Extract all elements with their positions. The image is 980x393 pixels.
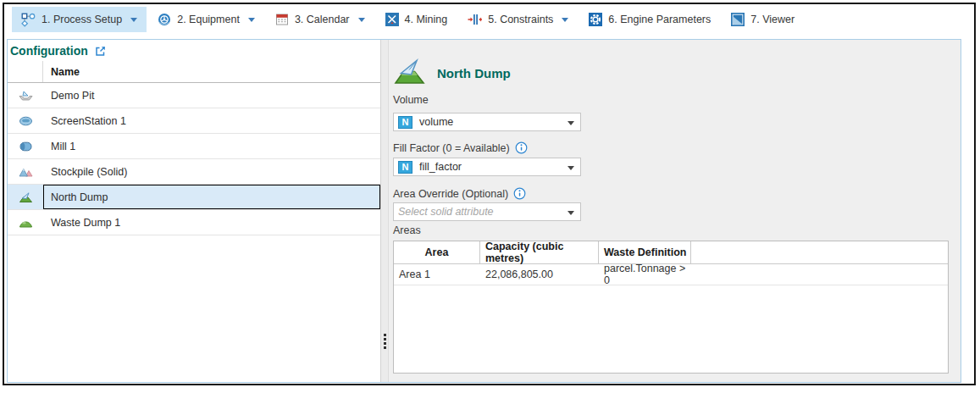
ribbon-toolbar: 1. Process Setup 2. Equipment xyxy=(12,7,806,32)
volume-select[interactable]: N volume xyxy=(393,113,581,131)
stockpile-icon xyxy=(19,165,33,179)
tab-label: 2. Equipment xyxy=(177,14,240,25)
configuration-panel: Configuration Name xyxy=(8,40,381,382)
list-item-label: Waste Dump 1 xyxy=(43,210,380,235)
mill-icon xyxy=(19,140,33,153)
mining-icon xyxy=(385,13,399,26)
panel-splitter[interactable] xyxy=(381,40,389,382)
dump-icon xyxy=(19,191,33,204)
icon-column-header xyxy=(8,61,43,82)
column-header-area: Area xyxy=(394,241,480,263)
waste-definition-cell[interactable]: parcel.Tonnage > 0 xyxy=(599,264,691,285)
areas-table-row[interactable]: Area 1 22,086,805.00 parcel.Tonnage > 0 xyxy=(394,264,948,285)
numeric-attribute-icon: N xyxy=(398,161,412,174)
area-override-label: Area Override (Optional) xyxy=(393,187,526,200)
configuration-panel-title: Configuration xyxy=(10,44,88,58)
info-icon[interactable] xyxy=(513,187,526,200)
calendar-icon xyxy=(275,13,289,26)
capacity-cell[interactable]: 22,086,805.00 xyxy=(480,264,599,285)
info-icon[interactable] xyxy=(515,141,528,154)
detail-title: North Dump xyxy=(437,66,511,80)
tab-process-setup[interactable]: 1. Process Setup xyxy=(12,7,147,32)
detail-panel: North Dump Volume N volume Fill Factor (… xyxy=(389,40,961,382)
list-item-stockpile-solid[interactable]: Stockpile (Solid) xyxy=(8,159,380,185)
engine-parameters-icon xyxy=(589,13,602,26)
open-in-window-icon[interactable] xyxy=(94,45,107,58)
tab-label: 3. Calendar xyxy=(295,14,350,25)
tab-label: 1. Process Setup xyxy=(42,14,122,25)
application-window: 1. Process Setup 2. Equipment xyxy=(3,3,976,385)
list-item-label: ScreenStation 1 xyxy=(43,108,380,133)
content-area: Configuration Name xyxy=(7,39,961,383)
chevron-down-icon xyxy=(562,18,568,22)
chevron-down-icon xyxy=(130,18,137,22)
volume-label: Volume xyxy=(393,94,429,106)
waste-dump-icon xyxy=(19,216,33,230)
tab-label: 6. Engine Parameters xyxy=(608,14,711,25)
chevron-down-icon xyxy=(248,18,255,22)
tab-engine-parameters[interactable]: 6. Engine Parameters xyxy=(579,7,720,32)
areas-label: Areas xyxy=(393,224,421,236)
screen-station-icon xyxy=(19,114,33,128)
list-item-waste-dump-1[interactable]: Waste Dump 1 xyxy=(8,210,380,235)
volume-select-value: volume xyxy=(419,116,453,128)
list-item-demo-pit[interactable]: Demo Pit xyxy=(8,83,380,108)
list-item-mill-1[interactable]: Mill 1 xyxy=(8,134,380,159)
area-cell[interactable]: Area 1 xyxy=(394,264,480,285)
fill-factor-select-value: fill_factor xyxy=(419,161,462,173)
configuration-list: Demo Pit ScreenStation 1 xyxy=(8,83,380,235)
tab-constraints[interactable]: 5. Constraints xyxy=(458,7,578,32)
splitter-grip-icon xyxy=(384,334,386,349)
area-override-placeholder: Select solid attribute xyxy=(398,206,494,218)
chevron-down-icon xyxy=(568,211,574,215)
column-header-waste-definition: Waste Definition xyxy=(599,241,691,263)
viewer-icon xyxy=(731,13,745,26)
tab-label: 4. Mining xyxy=(405,14,448,25)
list-item-label: North Dump xyxy=(43,185,380,209)
process-setup-icon xyxy=(21,13,36,27)
list-item-label: Stockpile (Solid) xyxy=(43,159,380,184)
column-header-capacity: Capacity (cubic metres) xyxy=(480,241,599,263)
pit-icon xyxy=(19,89,33,102)
numeric-attribute-icon: N xyxy=(398,116,412,129)
equipment-icon xyxy=(158,13,171,26)
areas-table-header: Area Capacity (cubic metres) Waste Defin… xyxy=(394,241,948,264)
chevron-down-icon xyxy=(568,121,574,125)
fill-factor-label: Fill Factor (0 = Available) xyxy=(393,141,528,154)
tab-label: 7. Viewer xyxy=(750,14,795,25)
list-item-label: Demo Pit xyxy=(43,83,380,108)
list-item-label: Mill 1 xyxy=(43,134,380,158)
tab-viewer[interactable]: 7. Viewer xyxy=(722,7,804,32)
tab-label: 5. Constraints xyxy=(488,14,553,25)
tab-equipment[interactable]: 2. Equipment xyxy=(148,7,264,32)
fill-factor-select[interactable]: N fill_factor xyxy=(393,158,581,176)
dump-solid-icon xyxy=(393,57,427,87)
constraints-icon xyxy=(468,13,482,26)
list-item-north-dump[interactable]: North Dump xyxy=(8,185,380,210)
list-item-screenstation-1[interactable]: ScreenStation 1 xyxy=(8,108,380,134)
area-override-select[interactable]: Select solid attribute xyxy=(393,202,581,221)
configuration-grid-header: Name xyxy=(8,61,380,83)
areas-table: Area Capacity (cubic metres) Waste Defin… xyxy=(393,241,949,374)
name-column-header: Name xyxy=(43,61,380,82)
column-header-empty xyxy=(691,241,948,263)
tab-calendar[interactable]: 3. Calendar xyxy=(266,7,374,32)
tab-mining[interactable]: 4. Mining xyxy=(376,7,457,32)
chevron-down-icon xyxy=(568,166,574,170)
chevron-down-icon xyxy=(358,18,365,22)
